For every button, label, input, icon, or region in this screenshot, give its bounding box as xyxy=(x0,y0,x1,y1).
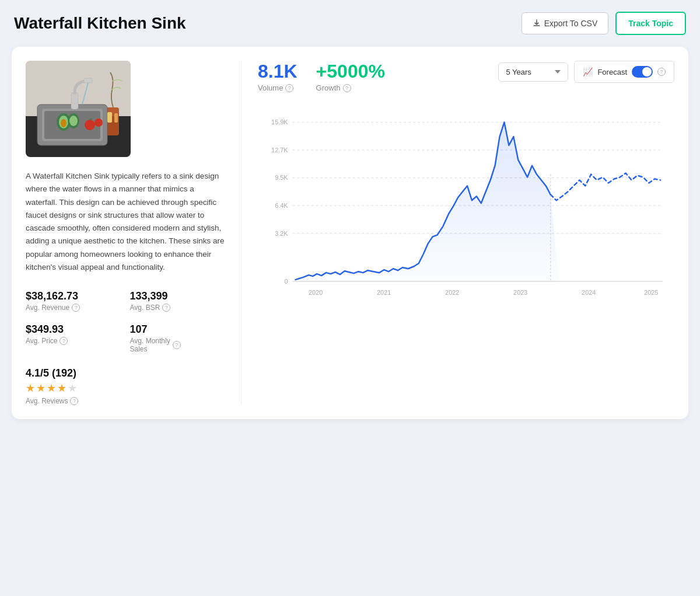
svg-text:12.7K: 12.7K xyxy=(271,147,288,154)
growth-help-icon[interactable]: ? xyxy=(343,84,351,92)
forecast-label: Forecast xyxy=(597,68,627,76)
volume-value: 8.1K xyxy=(258,61,298,82)
growth-block: +5000% Growth ? xyxy=(316,61,385,92)
svg-point-14 xyxy=(69,116,78,126)
svg-text:0: 0 xyxy=(285,278,288,285)
svg-text:2020: 2020 xyxy=(309,289,323,296)
star-3: ★ xyxy=(47,382,56,395)
stars-display: ★ ★ ★ ★ ★ xyxy=(26,382,225,395)
svg-rect-8 xyxy=(84,78,92,83)
svg-text:2021: 2021 xyxy=(377,289,391,296)
svg-text:15.9K: 15.9K xyxy=(271,118,288,126)
page-header: Waterfall Kitchen Sink Export To CSV Tra… xyxy=(12,12,688,35)
svg-text:2024: 2024 xyxy=(582,289,596,296)
forecast-help-icon[interactable]: ? xyxy=(657,68,666,76)
chart-header: 8.1K Volume ? +5000% Growth ? 1 Year 2 Y… xyxy=(258,61,674,92)
stat-avg-bsr: 133,399 Avg. BSR ? xyxy=(130,290,225,312)
reviews-section: 4.1/5 (192) ★ ★ ★ ★ ★ Avg. Reviews ? xyxy=(26,367,225,405)
avg-revenue-value: $38,162.73 xyxy=(26,290,78,302)
volume-label-text: Volume xyxy=(258,83,283,92)
avg-price-help-icon[interactable]: ? xyxy=(60,337,68,345)
stat-avg-monthly-sales: 107 Avg. MonthlySales ? xyxy=(130,323,225,353)
product-description: A Waterfall Kitchen Sink typically refer… xyxy=(26,170,225,274)
avg-reviews-help-icon[interactable]: ? xyxy=(70,397,78,405)
forecast-control: 📈 Forecast ? xyxy=(574,61,674,83)
avg-bsr-label: Avg. BSR xyxy=(130,304,160,312)
avg-bsr-value: 133,399 xyxy=(130,290,168,302)
avg-price-value: $349.93 xyxy=(26,323,64,336)
growth-label-text: Growth xyxy=(316,83,341,92)
svg-point-15 xyxy=(85,120,95,130)
track-topic-button[interactable]: Track Topic xyxy=(615,12,686,35)
avg-revenue-help-icon[interactable]: ? xyxy=(72,304,80,312)
growth-value: +5000% xyxy=(316,61,385,82)
svg-text:3.2K: 3.2K xyxy=(275,230,288,237)
svg-text:9.5K: 9.5K xyxy=(275,175,288,182)
header-actions: Export To CSV Track Topic xyxy=(522,12,686,35)
page-title: Waterfall Kitchen Sink xyxy=(14,14,186,33)
avg-monthly-sales-label: Avg. MonthlySales xyxy=(130,337,170,353)
product-image-svg xyxy=(26,61,131,157)
years-select[interactable]: 1 Year 2 Years 5 Years All Time xyxy=(498,62,568,82)
forecast-toggle[interactable] xyxy=(632,66,653,78)
avg-monthly-sales-help-icon[interactable]: ? xyxy=(173,341,181,349)
avg-revenue-label: Avg. Revenue xyxy=(26,304,69,312)
svg-rect-18 xyxy=(114,113,118,123)
forecast-icon: 📈 xyxy=(583,67,593,76)
right-panel: 8.1K Volume ? +5000% Growth ? 1 Year 2 Y… xyxy=(242,61,674,405)
svg-rect-7 xyxy=(71,93,78,109)
stats-grid: $38,162.73 Avg. Revenue ? 133,399 Avg. B… xyxy=(26,290,225,353)
svg-point-16 xyxy=(94,118,103,127)
svg-rect-17 xyxy=(107,112,112,123)
chart-area: 15.9K 12.7K 9.5K 6.4K 3.2K 0 2020 2021 2… xyxy=(258,104,674,326)
star-4: ★ xyxy=(57,382,66,395)
stat-avg-revenue: $38,162.73 Avg. Revenue ? xyxy=(26,290,121,312)
svg-text:2023: 2023 xyxy=(513,289,527,296)
star-1: ★ xyxy=(26,382,35,395)
svg-text:6.4K: 6.4K xyxy=(275,202,288,209)
left-panel: A Waterfall Kitchen Sink typically refer… xyxy=(26,61,242,405)
avg-bsr-help-icon[interactable]: ? xyxy=(162,304,170,312)
star-2: ★ xyxy=(36,382,46,395)
product-image xyxy=(26,61,131,157)
volume-block: 8.1K Volume ? xyxy=(258,61,298,92)
svg-text:2022: 2022 xyxy=(445,289,459,296)
volume-help-icon[interactable]: ? xyxy=(285,84,293,92)
svg-text:2025: 2025 xyxy=(644,289,658,296)
avg-reviews-label: Avg. Reviews xyxy=(26,397,68,405)
trend-chart: 15.9K 12.7K 9.5K 6.4K 3.2K 0 2020 2021 2… xyxy=(258,104,674,326)
avg-monthly-sales-value: 107 xyxy=(130,323,148,336)
reviews-value: 4.1/5 (192) xyxy=(26,367,225,379)
star-5: ★ xyxy=(68,382,77,395)
svg-point-12 xyxy=(61,119,66,127)
stat-avg-price: $349.93 Avg. Price ? xyxy=(26,323,121,353)
chart-controls: 1 Year 2 Years 5 Years All Time 📈 Foreca… xyxy=(498,61,674,83)
avg-price-label: Avg. Price xyxy=(26,337,57,345)
export-csv-button[interactable]: Export To CSV xyxy=(522,12,609,34)
main-card: A Waterfall Kitchen Sink typically refer… xyxy=(12,47,688,419)
download-icon xyxy=(533,19,541,27)
